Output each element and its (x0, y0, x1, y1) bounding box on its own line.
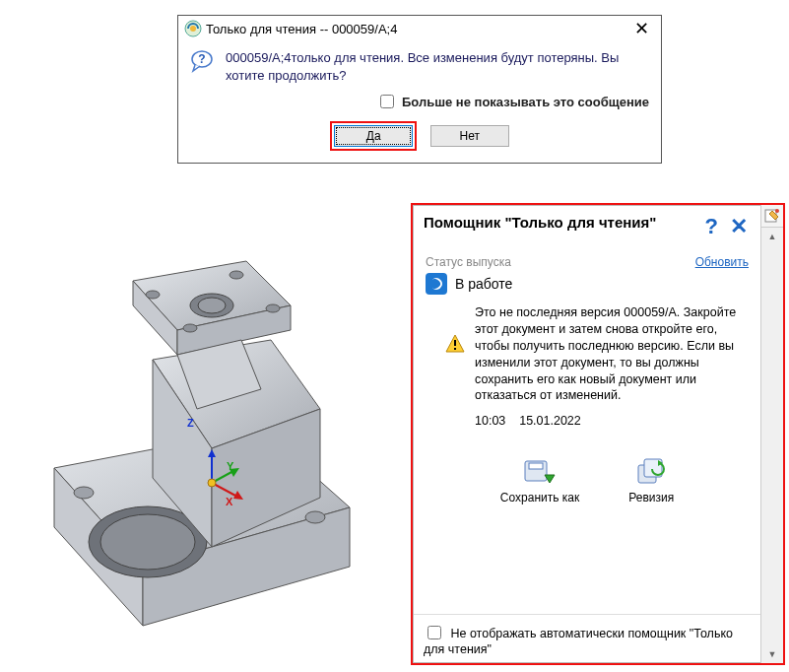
yes-button-highlight: Да (330, 121, 417, 151)
dont-show-checkbox[interactable] (380, 95, 394, 108)
scroll-track[interactable] (761, 245, 783, 645)
svg-rect-25 (454, 348, 456, 350)
panel-body: Статус выпуска Обновить В работе Это не … (414, 245, 760, 614)
coordinate-triad (177, 448, 246, 517)
wrench-icon (426, 273, 447, 295)
save-as-action[interactable]: Сохранить как (500, 457, 579, 504)
scroll-up-icon[interactable]: ▲ (761, 228, 783, 245)
dialog-body: ? 000059/A;4только для чтения. Все измен… (178, 41, 661, 88)
scroll-down-icon[interactable]: ▼ (761, 645, 783, 663)
notice-text: Это не последняя версия 000059/A. Закрой… (475, 304, 749, 404)
svg-point-11 (198, 298, 226, 313)
panel-scrollbar[interactable]: ▲ ▼ (761, 228, 783, 663)
readonly-dialog: Только для чтения -- 000059/A;4 ✕ ? 0000… (177, 15, 662, 164)
dialog-checkrow: Больше не показывать это сообщение (178, 88, 661, 115)
svg-point-4 (74, 487, 94, 499)
svg-rect-24 (454, 340, 456, 346)
svg-rect-27 (529, 463, 543, 469)
panel-side-column: ▲ ▼ (760, 205, 783, 663)
readonly-assistant-panel-highlight: Помощник "Только для чтения" ? ✕ Статус … (411, 203, 785, 665)
axis-x-label: X (226, 496, 232, 507)
status-label: Статус выпуска (426, 255, 511, 269)
svg-point-22 (208, 479, 216, 487)
warning-icon (445, 334, 465, 428)
app-icon (184, 20, 202, 37)
panel-footer: Не отображать автоматически помощник "То… (414, 614, 760, 662)
svg-point-13 (230, 271, 243, 279)
svg-point-32 (775, 209, 779, 213)
notice-box: Это не последняя версия 000059/A. Закрой… (426, 304, 749, 428)
dialog-title: Только для чтения -- 000059/A;4 (202, 22, 628, 36)
notice-date: 15.01.2022 (519, 414, 581, 428)
revision-action[interactable]: Ревизия (628, 457, 674, 504)
panel-header: Помощник "Только для чтения" ? ✕ (414, 206, 760, 245)
panel-close-icon[interactable]: ✕ (727, 214, 751, 239)
status-line: В работе (426, 273, 749, 295)
save-as-label: Сохранить как (500, 491, 579, 504)
help-icon[interactable]: ? (702, 214, 721, 239)
close-icon[interactable]: ✕ (628, 22, 655, 35)
svg-point-14 (266, 304, 280, 312)
svg-point-6 (305, 511, 325, 523)
axis-z-label: Z (187, 417, 194, 429)
dont-show-label: Больше не показывать это сообщение (402, 95, 649, 109)
svg-text:?: ? (198, 52, 205, 66)
axis-y-label: Y (227, 460, 233, 472)
svg-marker-17 (208, 449, 216, 457)
refresh-link[interactable]: Обновить (695, 255, 749, 269)
status-row: Статус выпуска Обновить (426, 255, 749, 269)
info-icon: ? (190, 49, 216, 84)
revision-label: Ревизия (628, 491, 674, 504)
yes-button[interactable]: Да (334, 125, 413, 147)
dialog-message: 000059/A;4только для чтения. Все изменен… (226, 49, 649, 84)
dialog-titlebar: Только для чтения -- 000059/A;4 ✕ (178, 16, 661, 41)
edit-note-icon[interactable] (761, 205, 783, 228)
svg-point-15 (183, 324, 197, 332)
dont-auto-show-checkbox[interactable] (427, 626, 441, 639)
svg-point-12 (146, 291, 160, 299)
dialog-buttons: Да Нет (178, 115, 661, 163)
readonly-assistant-panel: Помощник "Только для чтения" ? ✕ Статус … (413, 205, 760, 663)
viewport-3d[interactable]: Z X Y (15, 251, 389, 660)
svg-point-1 (190, 26, 196, 32)
svg-point-9 (100, 514, 195, 570)
status-value: В работе (455, 276, 512, 292)
notice-time: 10:03 (475, 414, 505, 428)
dont-auto-show-label: Не отображать автоматически помощник "То… (424, 627, 733, 656)
notice-timestamp: 10:03 15.01.2022 (475, 414, 749, 428)
panel-actions: Сохранить как Ревизия (426, 457, 749, 504)
no-button[interactable]: Нет (430, 125, 509, 147)
panel-title: Помощник "Только для чтения" (424, 214, 696, 232)
